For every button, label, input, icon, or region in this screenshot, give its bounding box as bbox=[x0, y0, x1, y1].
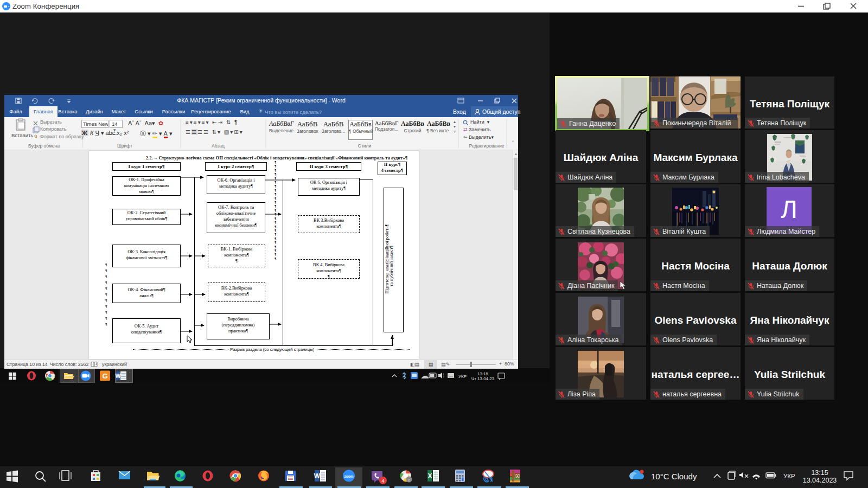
svg-text:zoom: zoom bbox=[344, 474, 354, 478]
svg-text:13.04.2023: 13.04.2023 bbox=[803, 477, 837, 484]
svg-text:r: r bbox=[409, 478, 410, 483]
svg-text:G: G bbox=[102, 372, 107, 380]
svg-text:УКР: УКР bbox=[458, 374, 467, 379]
svg-text:3: 3 bbox=[95, 362, 97, 365]
svg-text:W: W bbox=[116, 373, 121, 379]
svg-text:X: X bbox=[427, 472, 432, 480]
svg-text:10°C Cloudy: 10°C Cloudy bbox=[651, 472, 697, 481]
svg-text:УКР: УКР bbox=[783, 473, 795, 479]
svg-text:4: 4 bbox=[381, 478, 384, 484]
svg-text:Чт 13.04.23: Чт 13.04.23 bbox=[471, 376, 495, 381]
svg-text:13:15: 13:15 bbox=[477, 371, 489, 376]
svg-text:W: W bbox=[314, 472, 321, 480]
svg-text:13:15: 13:15 bbox=[811, 469, 828, 477]
